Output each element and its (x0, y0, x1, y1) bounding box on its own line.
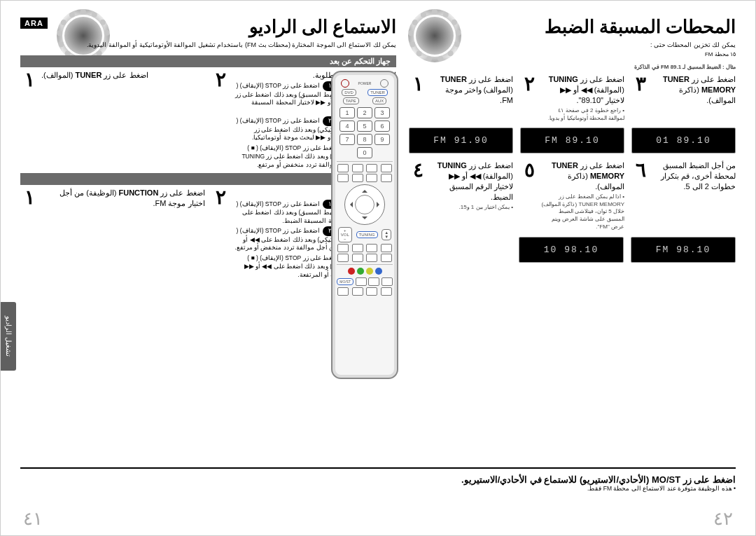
title-preset-stations: المحطات المسبقة الضبط (409, 16, 736, 38)
section-remote-bar: جهاز التحكم عن بعد (20, 55, 396, 67)
step-number: ٢ (212, 188, 230, 207)
step-body: اضغط على زر TUNING (الموالفة) ◀◀ أو ▶▶ ل… (541, 74, 624, 122)
step-body: اضغط على زر TUNER (الموالف) واختر موجة F… (430, 74, 513, 106)
step-note: • اذا لم يمكن الضغط على زر TUNER MEMORY … (541, 193, 624, 231)
lcd-display: FM 91.90 (409, 128, 513, 153)
step-body: اضغط على زر FUNCTION (الوظيفة) من أجل اخ… (41, 188, 205, 209)
step-number: ١ (20, 188, 38, 207)
lcd-display: FM 89.10 (520, 128, 624, 153)
page-number-left: ٤٢ (713, 508, 733, 530)
page-numbers: ٤٢ ٤١ (23, 508, 733, 530)
divider (20, 467, 736, 469)
step-body: اضغط على زر TUNER (الموالف). (41, 70, 148, 81)
step-number: ٦ (631, 160, 650, 180)
step-note: • يمكن اختيار بين 1 و15. (430, 204, 513, 212)
step-number: ٢ (212, 70, 230, 90)
page-left: المحطات المسبقة الضبط يمكن لك تخزين المح… (409, 13, 736, 462)
lcd-display: 10 98.10 (519, 237, 624, 263)
step-number: ٤ (409, 160, 427, 180)
mo-st-note: • هذه الوظيفة متوفرة عند الاستماع الى مح… (20, 485, 736, 492)
title-listen-radio: الاستماع الى الراديو (20, 16, 396, 38)
step-body: من أجل الضبط المسبق لمحطة أخرى، قم بتكرا… (652, 160, 736, 192)
step-body: اضغط على زر TUNER MEMORY (ذاكرة الموالف)… (652, 74, 736, 106)
intro-text: يمكن لك تخزين المحطات حتى : ١٥ محطة FM (409, 41, 736, 58)
lcd-display: FM 98.10 (631, 237, 736, 263)
step-number: ١ (409, 74, 427, 94)
page-number-right: ٤١ (23, 508, 43, 530)
step-number: ٥ (520, 160, 538, 180)
mo-st-line: اضغط على زر MO/ST (الأحادي/الاستيريو) لل… (20, 474, 736, 485)
example-line: مثال : الضبط المسبق لـ FM 89.1 في الذاكر… (409, 64, 736, 70)
step-note: • راجع خطوة 2 في صفحة ٤١ لموالفة المحطة … (541, 107, 624, 123)
step-number: ٣ (631, 74, 650, 94)
intro-text: يمكن لك الاستماع الى الموجة المختارة (مح… (20, 41, 396, 50)
step-number: ٢ (520, 74, 538, 94)
remote-control-illustration: POWER DVDTUNER TAPEAUX 123 456 789 0 +VO… (331, 71, 398, 379)
step-body: اضغط على زر TUNING (الموالفة) ◀◀ أو ▶▶ ل… (430, 160, 513, 211)
step-body: اضغط على زر TUNER MEMORY (ذاكرة الموالف)… (541, 160, 624, 231)
lcd-display: 01 89.10 (631, 128, 736, 153)
section-side-tab: تشغيل الراديو (1, 302, 16, 371)
step-number: ١ (20, 70, 38, 90)
